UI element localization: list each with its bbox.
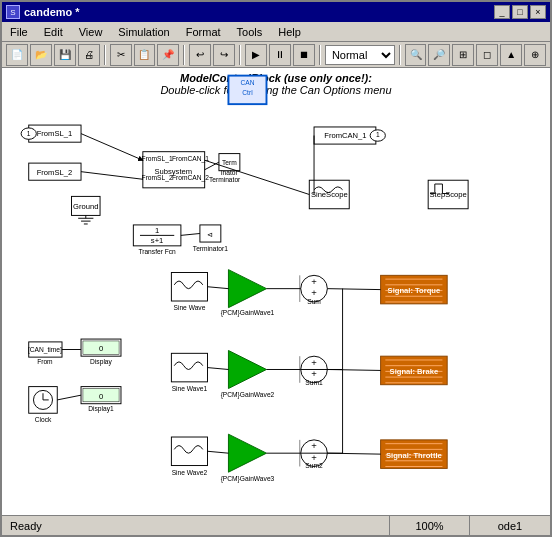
svg-text:Sum: Sum — [307, 298, 321, 305]
canvas-area[interactable]: ModelControlBlock (use only once!): Doub… — [2, 68, 550, 515]
svg-text:FromCAN_1: FromCAN_1 — [324, 131, 366, 140]
status-solver: ode1 — [470, 516, 550, 535]
svg-text:+: + — [311, 276, 317, 287]
print-button[interactable]: 🖨 — [78, 44, 100, 66]
separator5 — [399, 45, 401, 65]
redo-button[interactable]: ↪ — [213, 44, 235, 66]
svg-text:Signal: Throttle: Signal: Throttle — [386, 451, 442, 460]
maximize-button[interactable]: □ — [512, 5, 528, 19]
svg-text:FromSL_1: FromSL_1 — [37, 129, 72, 138]
svg-text:[CAN_time]: [CAN_time] — [28, 346, 62, 354]
menu-bar: File Edit View Simulation Format Tools H… — [2, 22, 550, 42]
svg-line-93 — [181, 233, 200, 235]
menu-edit[interactable]: Edit — [36, 22, 71, 41]
status-ready: Ready — [2, 516, 390, 535]
gain-wave1-block[interactable] — [228, 270, 266, 308]
svg-text:Display: Display — [90, 358, 112, 366]
undo-button[interactable]: ↩ — [189, 44, 211, 66]
svg-text:Terminator: Terminator — [209, 176, 241, 183]
title-bar-left: S candemo * — [6, 5, 80, 19]
svg-text:s+1: s+1 — [151, 236, 163, 245]
close-button[interactable]: × — [530, 5, 546, 19]
svg-text:{PCM}GainWave1: {PCM}GainWave1 — [221, 309, 275, 317]
svg-text:Sine Wave: Sine Wave — [174, 304, 206, 311]
svg-text:Ctrl: Ctrl — [242, 89, 253, 96]
svg-text:FromSL_2: FromSL_2 — [37, 168, 72, 177]
app-icon: S — [6, 5, 20, 19]
svg-text:Sine Wave2: Sine Wave2 — [172, 469, 208, 476]
svg-text:1: 1 — [27, 130, 31, 137]
new-button[interactable]: 📄 — [6, 44, 28, 66]
svg-text:Terminator1: Terminator1 — [193, 245, 228, 252]
separator4 — [319, 45, 321, 65]
extra-btn3[interactable]: ⊕ — [524, 44, 546, 66]
svg-text:FromSL_2: FromSL_2 — [142, 174, 173, 182]
main-window: S candemo * _ □ × File Edit View Simulat… — [0, 0, 552, 537]
svg-line-81 — [327, 289, 380, 290]
cut-button[interactable]: ✂ — [110, 44, 132, 66]
svg-text:Sum1: Sum1 — [305, 379, 323, 386]
svg-line-91 — [208, 368, 229, 370]
sine-wave2-block[interactable] — [171, 437, 207, 466]
menu-help[interactable]: Help — [270, 22, 309, 41]
svg-text:⊲: ⊲ — [207, 231, 213, 238]
extra-btn1[interactable]: ◻ — [476, 44, 498, 66]
svg-text:Sum2: Sum2 — [305, 462, 323, 469]
svg-text:FromCAN_2: FromCAN_2 — [172, 174, 209, 182]
svg-text:1: 1 — [155, 226, 159, 235]
svg-text:1: 1 — [376, 131, 380, 138]
separator1 — [104, 45, 106, 65]
svg-text:Clock: Clock — [35, 416, 52, 423]
svg-text:From: From — [37, 358, 53, 365]
svg-line-89 — [327, 453, 380, 454]
menu-file[interactable]: File — [2, 22, 36, 41]
sine-wave-block[interactable] — [171, 272, 207, 301]
svg-text:CAN: CAN — [240, 79, 254, 86]
zoom-out-button[interactable]: 🔎 — [428, 44, 450, 66]
svg-text:FromSL_1: FromSL_1 — [142, 155, 173, 163]
svg-text:+: + — [311, 287, 317, 298]
simulink-diagram[interactable]: CAN Ctrl FromSL_1 1 FromSL_2 Subsystem F… — [2, 68, 550, 515]
svg-line-77 — [205, 162, 219, 170]
sim-mode-select[interactable]: Normal — [325, 45, 395, 65]
extra-btn2[interactable]: ▲ — [500, 44, 522, 66]
paste-button[interactable]: 📌 — [157, 44, 179, 66]
open-button[interactable]: 📂 — [30, 44, 52, 66]
save-button[interactable]: 💾 — [54, 44, 76, 66]
title-controls: _ □ × — [494, 5, 546, 19]
minimize-button[interactable]: _ — [494, 5, 510, 19]
status-zoom: 100% — [390, 516, 470, 535]
fit-button[interactable]: ⊞ — [452, 44, 474, 66]
pause-button[interactable]: ⏸ — [269, 44, 291, 66]
svg-line-90 — [208, 287, 229, 289]
start-button[interactable]: ▶ — [245, 44, 267, 66]
svg-text:{PCM}GainWave3: {PCM}GainWave3 — [221, 475, 275, 483]
separator2 — [183, 45, 185, 65]
svg-text:Signal: Brake: Signal: Brake — [390, 367, 439, 376]
menu-view[interactable]: View — [71, 22, 111, 41]
svg-text:Signal: Torque: Signal: Torque — [388, 286, 441, 295]
svg-text:{PCM}GainWave2: {PCM}GainWave2 — [221, 391, 275, 399]
status-bar: Ready 100% ode1 — [2, 515, 550, 535]
gain-wave3-block[interactable] — [228, 434, 266, 472]
svg-line-75 — [81, 134, 143, 161]
svg-line-95 — [57, 395, 81, 400]
toolbar: 📄 📂 💾 🖨 ✂ 📋 📌 ↩ ↪ ▶ ⏸ ⏹ Normal 🔍 🔎 ⊞ ◻ ▲… — [2, 42, 550, 68]
gain-wave2-block[interactable] — [228, 350, 266, 388]
menu-format[interactable]: Format — [178, 22, 229, 41]
svg-text:SineScope: SineScope — [311, 190, 348, 199]
stop-button[interactable]: ⏹ — [293, 44, 315, 66]
svg-text:0: 0 — [99, 392, 103, 401]
title-bar: S candemo * _ □ × — [2, 2, 550, 22]
zoom-in-button[interactable]: 🔍 — [405, 44, 427, 66]
svg-text:Display1: Display1 — [88, 405, 114, 413]
svg-text:inator: inator — [221, 169, 238, 176]
svg-text:+: + — [311, 357, 317, 368]
sine-wave1-block[interactable] — [171, 353, 207, 382]
menu-simulation[interactable]: Simulation — [110, 22, 177, 41]
svg-text:FromCAN_1: FromCAN_1 — [172, 155, 209, 163]
menu-tools[interactable]: Tools — [229, 22, 271, 41]
svg-text:+: + — [311, 440, 317, 451]
copy-button[interactable]: 📋 — [134, 44, 156, 66]
svg-text:Transfer Fcn: Transfer Fcn — [138, 248, 176, 255]
